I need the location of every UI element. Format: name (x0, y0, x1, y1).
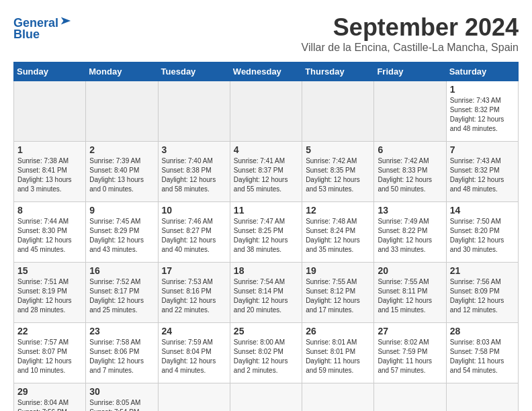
calendar-cell (158, 383, 230, 412)
day-info: Sunrise: 7:55 AMSunset: 8:12 PMDaylight:… (306, 277, 370, 315)
calendar-cell: 8Sunrise: 7:44 AMSunset: 8:30 PMDaylight… (14, 202, 86, 263)
calendar-cell: 28Sunrise: 8:03 AMSunset: 7:58 PMDayligh… (446, 323, 518, 383)
day-number: 21 (450, 265, 515, 276)
day-number: 9 (89, 205, 154, 216)
day-number: 15 (17, 265, 82, 276)
calendar-cell: 15Sunrise: 7:51 AMSunset: 8:19 PMDayligh… (14, 263, 86, 323)
location-title: Villar de la Encina, Castille-La Mancha,… (302, 42, 519, 54)
svg-marker-0 (61, 17, 71, 25)
calendar-cell (302, 81, 374, 142)
calendar-cell: 25Sunrise: 8:00 AMSunset: 8:02 PMDayligh… (230, 323, 302, 383)
day-number: 22 (17, 326, 82, 336)
day-number: 19 (306, 265, 370, 276)
day-info: Sunrise: 7:57 AMSunset: 8:07 PMDaylight:… (17, 338, 82, 375)
day-number: 27 (378, 326, 442, 336)
calendar-cell (302, 383, 374, 412)
calendar-cell: 20Sunrise: 7:55 AMSunset: 8:11 PMDayligh… (374, 263, 446, 323)
calendar-cell: 27Sunrise: 8:02 AMSunset: 7:59 PMDayligh… (374, 323, 446, 383)
day-info: Sunrise: 7:38 AMSunset: 8:41 PMDaylight:… (17, 156, 82, 194)
day-number: 28 (450, 326, 515, 336)
calendar-cell (158, 81, 230, 142)
calendar-cell: 26Sunrise: 8:01 AMSunset: 8:01 PMDayligh… (302, 323, 374, 383)
day-number: 8 (17, 205, 82, 216)
calendar-cell: 22Sunrise: 7:57 AMSunset: 8:07 PMDayligh… (14, 323, 86, 383)
calendar-cell (446, 383, 518, 412)
col-header-wednesday: Wednesday (230, 62, 302, 81)
calendar-cell: 19Sunrise: 7:55 AMSunset: 8:12 PMDayligh… (302, 263, 374, 323)
day-info: Sunrise: 8:02 AMSunset: 7:59 PMDaylight:… (378, 338, 442, 375)
day-info: Sunrise: 7:49 AMSunset: 8:22 PMDaylight:… (378, 217, 442, 255)
day-info: Sunrise: 8:03 AMSunset: 7:58 PMDaylight:… (450, 338, 515, 375)
day-info: Sunrise: 7:48 AMSunset: 8:24 PMDaylight:… (306, 217, 370, 255)
calendar-cell: 18Sunrise: 7:54 AMSunset: 8:14 PMDayligh… (230, 263, 302, 323)
day-info: Sunrise: 8:04 AMSunset: 7:56 PMDaylight:… (17, 398, 82, 411)
calendar-cell: 11Sunrise: 7:47 AMSunset: 8:25 PMDayligh… (230, 202, 302, 263)
day-info: Sunrise: 7:40 AMSunset: 8:38 PMDaylight:… (162, 156, 226, 194)
calendar-cell: 23Sunrise: 7:58 AMSunset: 8:06 PMDayligh… (86, 323, 158, 383)
day-number: 5 (306, 144, 370, 155)
calendar-cell: 9Sunrise: 7:45 AMSunset: 8:29 PMDaylight… (86, 202, 158, 263)
calendar-cell: 1Sunrise: 7:38 AMSunset: 8:41 PMDaylight… (14, 142, 86, 202)
day-info: Sunrise: 7:43 AMSunset: 8:32 PMDaylight:… (450, 96, 515, 134)
day-info: Sunrise: 7:42 AMSunset: 8:35 PMDaylight:… (306, 156, 370, 194)
calendar-cell (374, 81, 446, 142)
logo: General Blue (13, 13, 72, 42)
day-info: Sunrise: 7:42 AMSunset: 8:33 PMDaylight:… (378, 156, 442, 194)
day-number: 16 (89, 265, 154, 276)
day-info: Sunrise: 7:41 AMSunset: 8:37 PMDaylight:… (234, 156, 298, 194)
calendar-cell: 21Sunrise: 7:56 AMSunset: 8:09 PMDayligh… (446, 263, 518, 323)
calendar-cell: 13Sunrise: 7:49 AMSunset: 8:22 PMDayligh… (374, 202, 446, 263)
calendar-cell (86, 81, 158, 142)
day-number: 7 (450, 144, 515, 155)
day-number: 4 (234, 144, 298, 155)
calendar-cell (230, 81, 302, 142)
day-number: 6 (378, 144, 442, 155)
day-info: Sunrise: 7:56 AMSunset: 8:09 PMDaylight:… (450, 277, 515, 315)
day-info: Sunrise: 7:46 AMSunset: 8:27 PMDaylight:… (162, 217, 226, 255)
day-number: 10 (162, 205, 226, 216)
day-info: Sunrise: 7:45 AMSunset: 8:29 PMDaylight:… (89, 217, 154, 255)
day-info: Sunrise: 8:01 AMSunset: 8:01 PMDaylight:… (306, 338, 370, 375)
day-number: 29 (17, 386, 82, 397)
day-info: Sunrise: 7:47 AMSunset: 8:25 PMDaylight:… (234, 217, 298, 255)
col-header-tuesday: Tuesday (158, 62, 230, 81)
day-number: 20 (378, 265, 442, 276)
calendar-cell: 16Sunrise: 7:52 AMSunset: 8:17 PMDayligh… (86, 263, 158, 323)
calendar-cell: 12Sunrise: 7:48 AMSunset: 8:24 PMDayligh… (302, 202, 374, 263)
day-number: 2 (89, 144, 154, 155)
day-number: 24 (162, 326, 226, 336)
calendar-cell: 24Sunrise: 7:59 AMSunset: 8:04 PMDayligh… (158, 323, 230, 383)
col-header-friday: Friday (374, 62, 446, 81)
day-info: Sunrise: 7:39 AMSunset: 8:40 PMDaylight:… (89, 156, 154, 194)
calendar-cell: 2Sunrise: 7:39 AMSunset: 8:40 PMDaylight… (86, 142, 158, 202)
day-number: 1 (17, 144, 82, 155)
day-info: Sunrise: 7:55 AMSunset: 8:11 PMDaylight:… (378, 277, 442, 315)
calendar-cell: 3Sunrise: 7:40 AMSunset: 8:38 PMDaylight… (158, 142, 230, 202)
day-number: 23 (89, 326, 154, 336)
day-info: Sunrise: 7:51 AMSunset: 8:19 PMDaylight:… (17, 277, 82, 315)
day-info: Sunrise: 7:44 AMSunset: 8:30 PMDaylight:… (17, 217, 82, 255)
day-info: Sunrise: 7:53 AMSunset: 8:16 PMDaylight:… (162, 277, 226, 315)
day-number: 26 (306, 326, 370, 336)
day-number: 11 (234, 205, 298, 216)
calendar-cell (230, 383, 302, 412)
col-header-monday: Monday (86, 62, 158, 81)
calendar-cell (14, 81, 86, 142)
day-number: 14 (450, 205, 515, 216)
calendar-cell: 4Sunrise: 7:41 AMSunset: 8:37 PMDaylight… (230, 142, 302, 202)
day-info: Sunrise: 7:52 AMSunset: 8:17 PMDaylight:… (89, 277, 154, 315)
calendar-cell: 17Sunrise: 7:53 AMSunset: 8:16 PMDayligh… (158, 263, 230, 323)
calendar-table: SundayMondayTuesdayWednesdayThursdayFrid… (13, 62, 519, 411)
day-number: 17 (162, 265, 226, 276)
day-info: Sunrise: 7:59 AMSunset: 8:04 PMDaylight:… (162, 338, 226, 375)
day-info: Sunrise: 8:05 AMSunset: 7:54 PMDaylight:… (89, 398, 154, 411)
calendar-cell: 6Sunrise: 7:42 AMSunset: 8:33 PMDaylight… (374, 142, 446, 202)
calendar-cell: 30Sunrise: 8:05 AMSunset: 7:54 PMDayligh… (86, 383, 158, 412)
day-info: Sunrise: 7:54 AMSunset: 8:14 PMDaylight:… (234, 277, 298, 315)
calendar-cell (374, 383, 446, 412)
day-number: 18 (234, 265, 298, 276)
day-info: Sunrise: 7:50 AMSunset: 8:20 PMDaylight:… (450, 217, 515, 255)
calendar-cell: 29Sunrise: 8:04 AMSunset: 7:56 PMDayligh… (14, 383, 86, 412)
day-info: Sunrise: 7:43 AMSunset: 8:32 PMDaylight:… (450, 156, 515, 194)
title-section: September 2024 Villar de la Encina, Cast… (302, 13, 519, 54)
